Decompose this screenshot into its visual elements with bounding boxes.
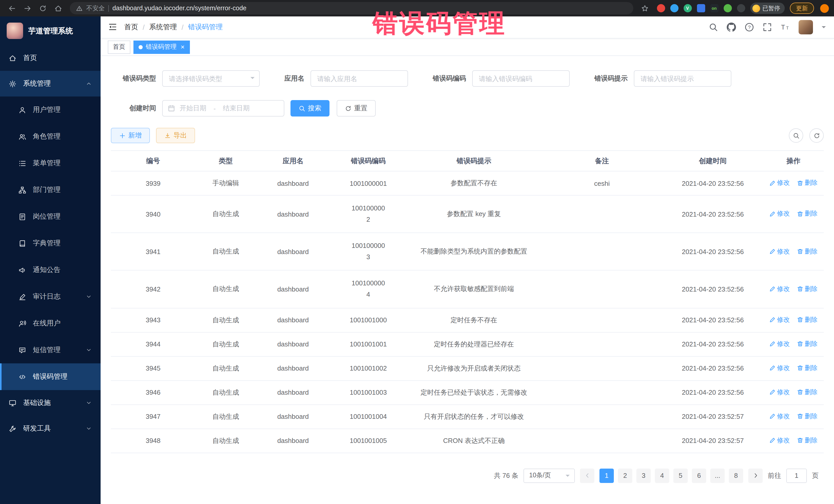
page-button-3[interactable]: 3	[636, 468, 651, 483]
edit-link[interactable]: 修改	[769, 179, 790, 188]
date-range-picker[interactable]: 开始日期 - 结束日期	[162, 100, 284, 116]
edit-link[interactable]: 修改	[769, 316, 790, 324]
sidebar-item-online[interactable]: 在线用户	[0, 310, 101, 337]
chevron-down-icon[interactable]	[822, 26, 826, 30]
sidebar-item-user[interactable]: 用户管理	[0, 96, 101, 123]
close-icon[interactable]: ×	[181, 44, 184, 50]
sidebar-item-role[interactable]: 角色管理	[0, 123, 101, 150]
sidebar-item-infra[interactable]: 基础设施	[0, 390, 101, 416]
page-button-1[interactable]: 1	[599, 468, 614, 483]
sidebar-item-notice[interactable]: 通知公告	[0, 257, 101, 283]
extension-on-badge-icon[interactable]: on	[710, 4, 718, 12]
search-icon[interactable]	[709, 23, 718, 32]
sidebar-item-post[interactable]: 岗位管理	[0, 203, 101, 230]
help-icon[interactable]: ?	[745, 23, 754, 32]
goto-page-input[interactable]	[786, 468, 807, 483]
extension-red-circle-icon[interactable]	[657, 4, 665, 12]
delete-link[interactable]: 删除	[797, 247, 817, 256]
user-avatar[interactable]	[798, 20, 813, 35]
prev-page-button[interactable]	[580, 468, 594, 483]
error-type-input[interactable]	[162, 70, 260, 87]
edit-link[interactable]: 修改	[769, 210, 790, 218]
edit-link[interactable]: 修改	[769, 364, 790, 373]
reset-button[interactable]: 重置	[337, 100, 376, 116]
delete-link[interactable]: 删除	[797, 179, 817, 188]
post-icon	[19, 213, 27, 220]
app-name-input[interactable]	[310, 70, 408, 87]
error-msg-field[interactable]	[634, 70, 731, 87]
page-button-2[interactable]: 2	[618, 468, 632, 483]
extension-green-circle-icon[interactable]	[723, 4, 731, 12]
toggle-search-icon[interactable]	[789, 128, 803, 143]
tab-home[interactable]: 首页	[108, 40, 130, 53]
add-button[interactable]: 新增	[111, 128, 150, 143]
sidebar-item-gear[interactable]: 系统管理	[0, 71, 101, 96]
error-type-select[interactable]	[162, 70, 260, 87]
sidebar-item-tools[interactable]: 研发工具	[0, 416, 101, 441]
sidebar-item-audit[interactable]: 审计日志	[0, 283, 101, 310]
extension-blue-drop-icon[interactable]	[670, 4, 678, 12]
error-code-field[interactable]	[472, 70, 570, 87]
tab-error-code[interactable]: 错误码管理 ×	[133, 40, 190, 53]
sidebar-item-home[interactable]: 首页	[0, 45, 101, 71]
extension-green-badge-icon[interactable]: V	[683, 4, 692, 12]
cell-id: 3939	[111, 171, 195, 195]
address-bar[interactable]: 不安全 dashboard.yudao.iocoder.cn/system/er…	[70, 2, 633, 14]
search-button[interactable]: 搜索	[290, 100, 329, 116]
delete-link[interactable]: 删除	[797, 285, 817, 293]
breadcrumb-item-home[interactable]: 首页	[124, 23, 138, 32]
page-button-4[interactable]: 4	[655, 468, 669, 483]
edit-link[interactable]: 修改	[769, 412, 790, 421]
delete-link[interactable]: 删除	[797, 388, 817, 397]
fullscreen-icon[interactable]	[763, 23, 772, 32]
app-logo[interactable]: 芋道管理系统	[0, 17, 101, 45]
delete-link[interactable]: 删除	[797, 316, 817, 324]
browser-profile-avatar[interactable]	[820, 4, 829, 13]
edit-link[interactable]: 修改	[769, 388, 790, 397]
refresh-icon[interactable]	[809, 128, 824, 143]
page-button-8[interactable]: 8	[729, 468, 743, 483]
back-icon[interactable]	[5, 2, 19, 15]
font-size-icon[interactable]: TT	[781, 23, 790, 32]
sidebar-item-dict[interactable]: 字典管理	[0, 230, 101, 257]
cell-app: dashboard	[256, 308, 330, 332]
edit-link[interactable]: 修改	[769, 285, 790, 293]
next-page-button[interactable]	[748, 468, 763, 483]
delete-link[interactable]: 删除	[797, 364, 817, 373]
extension-dark-pin-icon[interactable]	[737, 4, 745, 12]
edit-link[interactable]: 修改	[769, 436, 790, 445]
bookmark-star-icon[interactable]	[638, 2, 652, 15]
reload-icon[interactable]	[36, 2, 49, 15]
forward-icon[interactable]	[21, 2, 34, 15]
page-button-6[interactable]: 6	[692, 468, 706, 483]
delete-link[interactable]: 删除	[797, 412, 817, 421]
delete-link[interactable]: 删除	[797, 436, 817, 445]
sidebar-toggle-icon[interactable]	[108, 22, 118, 32]
cell-remark: ceshi	[541, 171, 663, 195]
sidebar-item-menu[interactable]: 菜单管理	[0, 150, 101, 177]
sidebar-item-dept[interactable]: 部门管理	[0, 177, 101, 203]
sidebar-item-label: 菜单管理	[33, 159, 61, 168]
github-icon[interactable]	[727, 23, 736, 32]
paused-badge[interactable]: 已暂停	[750, 3, 785, 14]
page-size-select[interactable]: 10条/页	[524, 468, 575, 483]
error-msg-input[interactable]	[634, 70, 731, 87]
error-code-input[interactable]	[472, 70, 570, 87]
cell-msg: 定时任务的处理器已经存在	[407, 332, 541, 356]
sidebar-item-sms[interactable]: 短信管理	[0, 337, 101, 364]
page-more-button[interactable]: ...	[710, 468, 725, 483]
edit-link[interactable]: 修改	[769, 340, 790, 349]
extension-blue-grid-icon[interactable]	[697, 4, 705, 12]
filter-error-code: 错误码编码	[433, 70, 570, 87]
export-button[interactable]: 导出	[156, 128, 195, 143]
edit-link[interactable]: 修改	[769, 247, 790, 256]
update-button[interactable]: 更新	[790, 3, 814, 14]
home-icon[interactable]	[51, 2, 65, 15]
breadcrumb-item-system[interactable]: 系统管理	[149, 23, 177, 32]
delete-link[interactable]: 删除	[797, 340, 817, 349]
app-name-field[interactable]	[310, 70, 408, 87]
navbar-actions: ? TT	[709, 20, 826, 35]
sidebar-item-error-code[interactable]: 错误码管理	[0, 364, 101, 390]
delete-link[interactable]: 删除	[797, 210, 817, 218]
page-button-5[interactable]: 5	[673, 468, 688, 483]
